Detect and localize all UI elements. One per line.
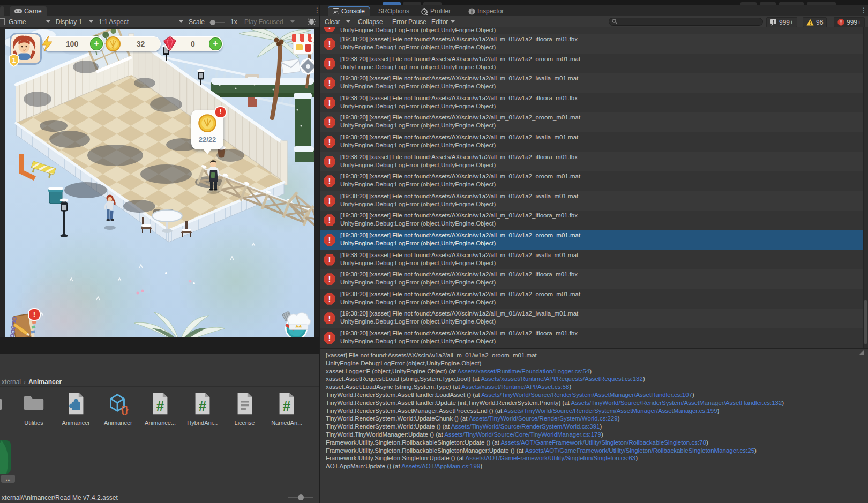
warning-count-toggle[interactable]: 96 bbox=[803, 17, 827, 27]
log-message: [19:38:20] [xasset] File not found:Asset… bbox=[340, 291, 580, 297]
console-log-row[interactable]: ![19:38:20] [xasset] File not found:Asse… bbox=[320, 328, 868, 348]
shop-icon[interactable] bbox=[291, 33, 314, 56]
project-item-label: License bbox=[226, 419, 264, 426]
console-tab-label: Console bbox=[341, 7, 365, 15]
partial-toolbar-icon[interactable] bbox=[0, 18, 5, 25]
stacktrace-file-link[interactable]: Assets/xasset/Runtime/API/Asset.cs:58 bbox=[461, 384, 569, 390]
add-energy-button[interactable]: + bbox=[90, 37, 103, 50]
stacktrace-file-link[interactable]: Assets/TinyWorld/Source/Core/TinyWorldMa… bbox=[444, 431, 601, 438]
selected-asset-path: xternal/Animancer/Read Me v7.4.2.asset bbox=[2, 494, 118, 501]
log-source: UnityEngine.Debug:LogError (object,Unity… bbox=[340, 299, 496, 305]
detail-pane-grip[interactable] bbox=[859, 350, 864, 355]
stacktrace-file-link[interactable]: Assets/TinyWorld/Source/RenderSystem/Ass… bbox=[481, 392, 692, 398]
add-gems-button[interactable]: + bbox=[209, 37, 222, 50]
error-icon: ! bbox=[324, 312, 335, 324]
breadcrumb-current[interactable]: Animancer bbox=[28, 378, 62, 386]
console-log-row[interactable]: ![19:38:20] [xasset] File not found:Asse… bbox=[320, 54, 868, 74]
log-count-toggle[interactable]: 999+ bbox=[766, 17, 797, 27]
log-source: UnityEngine.Debug:LogError (object,Unity… bbox=[340, 27, 496, 33]
profiler-icon bbox=[421, 8, 428, 15]
error-icon: ! bbox=[324, 273, 335, 285]
stacktrace-file-link[interactable]: Assets/AOT/GameFramework/Utility/Singlet… bbox=[466, 455, 636, 461]
console-log-row[interactable]: ![19:38:20] [xasset] File not found:Asse… bbox=[320, 211, 868, 230]
log-message: [19:38:20] [xasset] File not found:Asset… bbox=[340, 114, 580, 121]
stacktrace-file-link[interactable]: Assets/AOT/GameFramework/Utility/Singlet… bbox=[525, 447, 754, 454]
asmdef-icon bbox=[64, 391, 88, 416]
device-simulator-icon[interactable] bbox=[308, 18, 316, 25]
panel-divider[interactable] bbox=[319, 5, 320, 503]
cooking-button[interactable] bbox=[281, 310, 312, 337]
stacktrace-line: AOT.AppMain:Update () (at Assets/AOT/App… bbox=[326, 462, 868, 470]
console-log-row[interactable]: ![19:38:20] [xasset] File not found:Asse… bbox=[320, 27, 868, 34]
tab-game[interactable]: Game bbox=[10, 6, 47, 16]
stacktrace-file-link[interactable]: Assets/xasset/Runtime/Foundation/Logger.… bbox=[457, 368, 589, 374]
player-avatar[interactable]: 1 bbox=[10, 33, 42, 65]
mail-icon[interactable] bbox=[281, 58, 301, 74]
console-log-row[interactable]: ![19:38:20] [xasset] File not found:Asse… bbox=[320, 73, 868, 93]
project-item-utilities[interactable]: Utilities bbox=[14, 391, 53, 426]
project-item-label: Animancer bbox=[99, 419, 137, 426]
project-item-hybridani-[interactable]: HybridAni... bbox=[183, 391, 222, 426]
console-log-row[interactable]: ![19:38:20] [xasset] File not found:Asse… bbox=[320, 34, 868, 54]
unity-editor-window: # {} Game ⋮ Game Display 1 1:1 Aspect Sc… bbox=[0, 0, 868, 503]
console-log-row[interactable]: ![19:38:20] [xasset] File not found:Asse… bbox=[320, 289, 868, 309]
console-panel-menu-icon[interactable]: ⋮ bbox=[860, 7, 867, 13]
game-letterbox bbox=[0, 337, 320, 354]
stacktrace-file-link[interactable]: Assets/xasset/Runtime/API/Requests/Asset… bbox=[481, 376, 643, 382]
aspect-dropdown[interactable]: 1:1 Aspect bbox=[96, 18, 185, 26]
console-log-row[interactable]: ![19:38:20] [xasset] File not found:Asse… bbox=[320, 269, 868, 289]
play-focused-dropdown[interactable]: Play Focused bbox=[242, 18, 297, 26]
console-log-row[interactable]: ![19:38:20] [xasset] File not found:Asse… bbox=[320, 230, 868, 250]
console-log-row[interactable]: ![19:38:20] [xasset] File not found:Asse… bbox=[320, 171, 868, 191]
readme-asset-label[interactable]: ... bbox=[1, 475, 15, 483]
console-log-row[interactable]: ![19:38:20] [xasset] File not found:Asse… bbox=[320, 250, 868, 270]
stacktrace-file-link[interactable]: Assets/TinyWorld/Source/RenderSystem/Ass… bbox=[504, 408, 717, 414]
scale-slider-knob[interactable] bbox=[210, 20, 215, 25]
error-pause-button[interactable]: Error Pause bbox=[390, 18, 429, 26]
console-log-row[interactable]: ![19:38:20] [xasset] File not found:Asse… bbox=[320, 191, 868, 211]
stacktrace-file-link[interactable]: Assets/TinyWorld/Source/RenderSystem/Ass… bbox=[571, 400, 782, 406]
scale-value: 1x bbox=[228, 18, 240, 26]
project-item-animancer[interactable]: Animancer bbox=[99, 391, 137, 426]
tab-inspector[interactable]: Inspector bbox=[477, 7, 504, 15]
tasks-notebook-button[interactable]: ! bbox=[9, 311, 39, 337]
stacktrace-file-link[interactable]: Assets/AOT/AppMain.cs:199 bbox=[401, 463, 480, 469]
project-item-namedan-[interactable]: NamedAn... bbox=[267, 391, 306, 426]
settings-gear-icon[interactable] bbox=[299, 57, 314, 76]
clear-button[interactable]: Clear bbox=[323, 18, 353, 26]
error-icon: ! bbox=[324, 195, 335, 207]
tab-console[interactable]: Console bbox=[328, 6, 370, 16]
collapse-button[interactable]: Collapse bbox=[356, 18, 385, 26]
console-detail-pane[interactable]: [xasset] File not found:Assets/AX/scin/w… bbox=[320, 348, 868, 503]
console-log-list[interactable]: ![19:38:20] [xasset] File not found:Asse… bbox=[320, 27, 868, 348]
collect-bubble[interactable]: 22/22 ! bbox=[191, 110, 223, 149]
console-log-row[interactable]: ![19:38:20] [xasset] File not found:Asse… bbox=[320, 152, 868, 172]
console-log-row[interactable]: ![19:38:20] [xasset] File not found:Asse… bbox=[320, 132, 868, 152]
thumbnail-zoom-knob[interactable] bbox=[298, 494, 304, 500]
gem-counter: 0 + bbox=[165, 36, 223, 51]
project-item-animance-[interactable]: Animance... bbox=[141, 391, 179, 426]
project-item-license[interactable]: License bbox=[226, 391, 264, 426]
tab-profiler[interactable]: Profiler bbox=[430, 7, 451, 15]
stacktrace-file-link[interactable]: Assets/TinyWorld/Source/RenderSystem/Wor… bbox=[451, 423, 600, 430]
project-item-partial[interactable] bbox=[0, 391, 11, 418]
error-count-toggle[interactable]: 999+ bbox=[834, 17, 865, 27]
readme-asset-icon-partial[interactable] bbox=[0, 440, 11, 474]
log-source: UnityEngine.Debug:LogError (object,Unity… bbox=[340, 64, 496, 70]
console-log-row[interactable]: ![19:38:20] [xasset] File not found:Asse… bbox=[320, 93, 868, 113]
game-mode-dropdown[interactable]: Game bbox=[6, 18, 53, 26]
console-log-row[interactable]: ![19:38:20] [xasset] File not found:Asse… bbox=[320, 112, 868, 132]
partial-tab[interactable] bbox=[0, 6, 4, 16]
console-log-row[interactable]: ![19:38:20] [xasset] File not found:Asse… bbox=[320, 309, 868, 328]
stacktrace-line: TinyWorld.RenderSystem.AssetManager:Asse… bbox=[326, 407, 868, 415]
stacktrace-file-link[interactable]: Assets/TinyWorld/Source/RenderSystem/Wor… bbox=[469, 415, 618, 422]
editor-dropdown[interactable]: Editor bbox=[429, 18, 457, 26]
game-viewport[interactable]: 1 100 + 32 0 + bbox=[5, 29, 314, 337]
stacktrace-file-link[interactable]: Assets/AOT/GameFramework/Utility/Singlet… bbox=[500, 439, 706, 446]
console-search-input[interactable] bbox=[609, 18, 763, 26]
display-dropdown[interactable]: Display 1 bbox=[54, 18, 95, 26]
tab-sroptions[interactable]: SROptions bbox=[378, 7, 409, 15]
console-scrollbar-thumb[interactable] bbox=[864, 300, 867, 344]
project-item-animancer[interactable]: Animancer bbox=[57, 391, 95, 426]
breadcrumb-parent[interactable]: xternal bbox=[2, 378, 21, 386]
